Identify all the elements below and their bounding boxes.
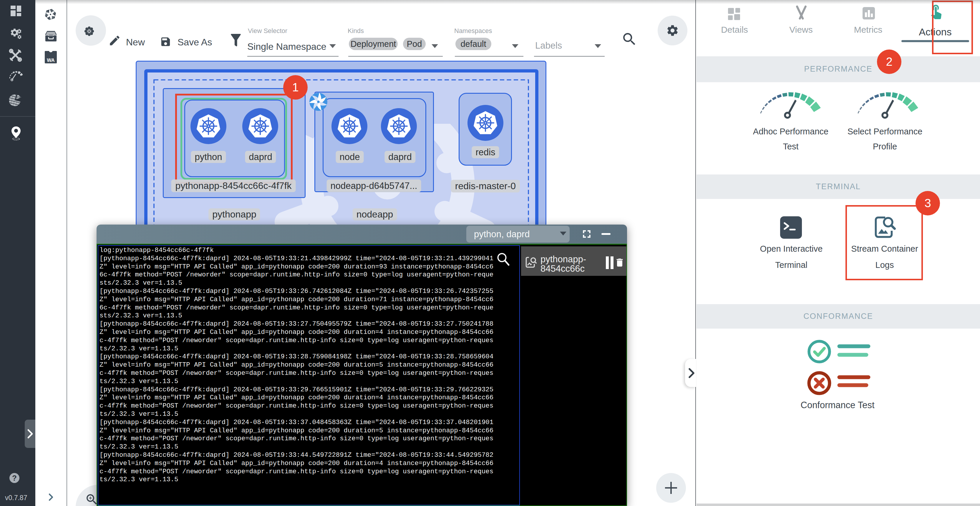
svg-text:WA: WA <box>47 57 55 63</box>
